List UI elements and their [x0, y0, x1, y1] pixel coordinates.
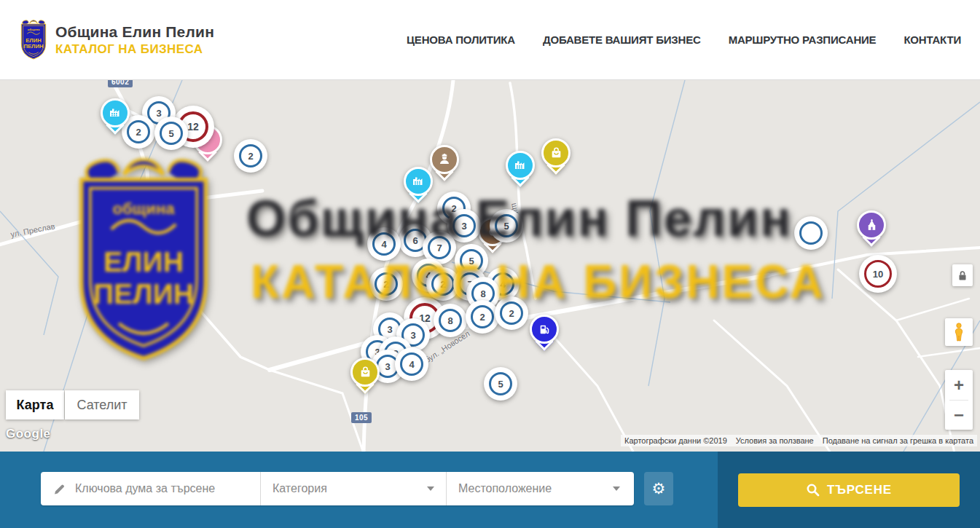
search-icon: [806, 483, 820, 497]
map-type-control: Карта Сателит: [6, 390, 139, 419]
zoom-out-button[interactable]: −: [945, 401, 973, 430]
factory-icon: [411, 174, 426, 189]
map-cluster[interactable]: 10: [859, 255, 897, 293]
site-subtitle: КАТАЛОГ НА БИЗНЕСА: [55, 42, 214, 57]
map-cluster[interactable]: 2: [495, 296, 528, 330]
location-select-value: Местоположение: [458, 482, 552, 495]
category-select-value: Категория: [273, 482, 327, 495]
map-attribution: Картографски данни ©2019 Условия за полз…: [621, 435, 977, 446]
search-button[interactable]: ТЪРСЕНЕ: [738, 473, 960, 507]
keyword-input[interactable]: [75, 482, 248, 495]
map-cluster[interactable]: [794, 216, 828, 250]
attribution-terms-link[interactable]: Условия за ползване: [736, 436, 814, 445]
logo-name-line1: ЕЛИН: [26, 36, 42, 43]
map-cluster[interactable]: 5: [490, 209, 523, 243]
pegman-icon: [951, 323, 967, 342]
map-pin[interactable]: [430, 145, 459, 174]
chevron-down-icon: [427, 486, 434, 491]
google-logo[interactable]: Google: [6, 427, 51, 441]
municipality-logo: община ЕЛИН ПЕЛИН: [19, 19, 48, 61]
brand[interactable]: община ЕЛИН ПЕЛИН Община Елин Пелин КАТА…: [19, 19, 214, 61]
map-cluster[interactable]: 5: [484, 367, 517, 401]
nav-add-your-business[interactable]: ДОБАВЕТЕ ВАШИЯТ БИЗНЕС: [543, 34, 701, 46]
attribution-copyright: Картографски данни ©2019: [624, 436, 727, 445]
attribution-report-error-link[interactable]: Подаване на сигнал за грешка в картата: [823, 436, 973, 445]
road-shield: 6002: [108, 80, 133, 87]
map-cluster[interactable]: 2: [234, 139, 267, 173]
lock-button[interactable]: [952, 264, 973, 286]
map-type-satellite-button[interactable]: Сателит: [65, 390, 139, 419]
map-pin[interactable]: [530, 315, 559, 344]
nav-contacts[interactable]: КОНТАКТИ: [903, 34, 961, 46]
lock-icon: [957, 269, 968, 282]
pegman-control[interactable]: [945, 318, 973, 346]
gear-icon: ⚙: [652, 480, 666, 497]
keyword-field[interactable]: [41, 472, 260, 505]
map-cluster[interactable]: 2: [466, 300, 499, 334]
search-button-label: ТЪРСЕНЕ: [827, 483, 892, 497]
map-cluster[interactable]: 2: [369, 267, 403, 301]
search-action-panel: ТЪРСЕНЕ: [718, 452, 980, 528]
advanced-search-button[interactable]: ⚙: [644, 472, 673, 505]
zoom-control: + −: [945, 370, 973, 430]
logo-name-line2: ПЕЛИН: [23, 43, 43, 50]
map-pin[interactable]: [101, 98, 130, 127]
map-pin[interactable]: [541, 138, 571, 168]
nav-pricing-policy[interactable]: ЦЕНОВА ПОЛИТИКА: [407, 34, 515, 46]
factory-icon: [513, 158, 528, 173]
chevron-down-icon: [613, 486, 620, 491]
map-pin[interactable]: [857, 210, 886, 240]
location-select[interactable]: Местоположение: [446, 472, 632, 505]
zoom-in-button[interactable]: +: [945, 371, 973, 400]
shopping-bag-icon: [358, 366, 372, 379]
logo-municipality-word: община: [28, 28, 40, 31]
map-pin[interactable]: [506, 151, 535, 180]
map-pin[interactable]: [350, 358, 380, 387]
map-canvas[interactable]: 6002 105 ул. Преслав бул. „Новосел щи 12…: [0, 80, 980, 452]
search-fields: Категория Местоположение: [41, 472, 634, 505]
pencil-icon: [52, 482, 66, 496]
map-type-map-button[interactable]: Карта: [6, 390, 64, 419]
map-pin[interactable]: [404, 167, 433, 196]
factory-icon: [108, 106, 122, 120]
map-cluster[interactable]: 5: [154, 117, 188, 150]
fuel-icon: [538, 323, 552, 336]
road-shield: 105: [351, 412, 372, 423]
map-cluster[interactable]: 4: [367, 227, 401, 261]
worker-icon: [437, 152, 452, 167]
nav-route-schedule[interactable]: МАРШРУТНО РАЗПИСАНИЕ: [729, 34, 877, 46]
header: община ЕЛИН ПЕЛИН Община Елин Пелин КАТА…: [0, 0, 980, 80]
church-icon: [865, 218, 879, 232]
site-title: Община Елин Пелин: [55, 23, 214, 41]
shopping-bag-icon: [549, 146, 563, 160]
map-cluster[interactable]: 8: [434, 304, 467, 337]
map-cluster[interactable]: 4: [395, 347, 428, 381]
category-select[interactable]: Категория: [260, 472, 446, 505]
search-bar: ТЪРСЕНЕ Категория Местоположение ⚙: [0, 452, 980, 528]
main-nav: ЦЕНОВА ПОЛИТИКА ДОБАВЕТЕ ВАШИЯТ БИЗНЕС М…: [407, 34, 961, 46]
